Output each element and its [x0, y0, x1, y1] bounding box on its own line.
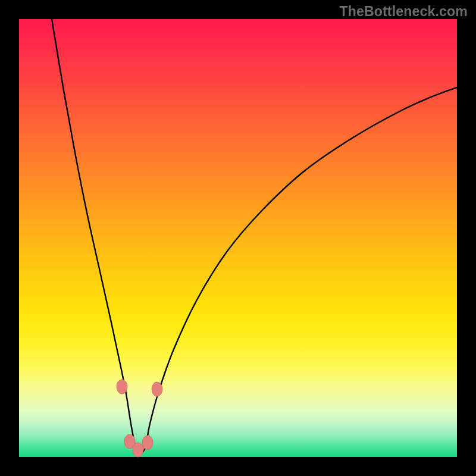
watermark-text: TheBottleneck.com — [339, 4, 468, 20]
curve-marker — [142, 436, 153, 450]
bottleneck-curve-path — [52, 19, 457, 453]
curve-marker — [133, 443, 143, 457]
chart-frame — [19, 19, 457, 457]
curve-marker — [152, 382, 162, 396]
curve-markers — [117, 380, 162, 457]
curve-marker — [117, 380, 127, 394]
bottleneck-curve-svg — [19, 19, 457, 457]
